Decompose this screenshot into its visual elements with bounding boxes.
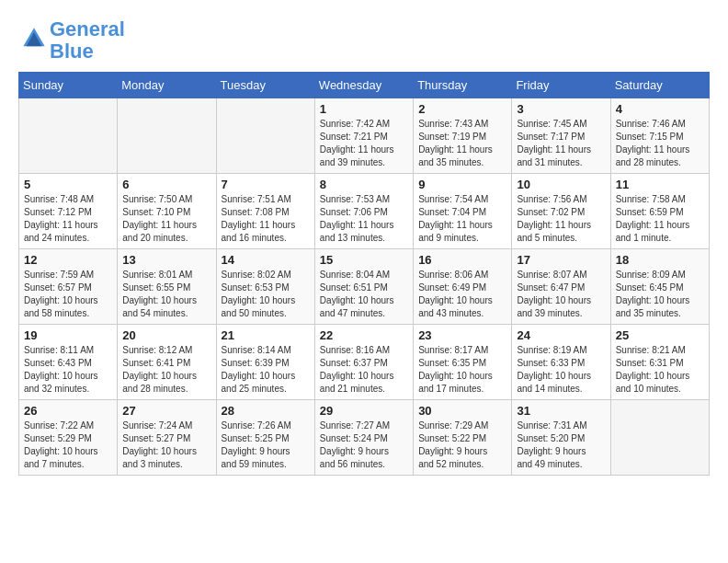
day-info: Sunrise: 7:31 AM Sunset: 5:20 PM Dayligh… <box>517 419 605 471</box>
day-number: 16 <box>418 253 506 267</box>
header-day-saturday: Saturday <box>610 73 709 98</box>
calendar-cell: 1Sunrise: 7:42 AM Sunset: 7:21 PM Daylig… <box>314 98 413 174</box>
day-info: Sunrise: 7:29 AM Sunset: 5:22 PM Dayligh… <box>418 419 506 471</box>
day-number: 24 <box>517 328 605 342</box>
day-number: 18 <box>616 253 704 267</box>
day-info: Sunrise: 7:56 AM Sunset: 7:02 PM Dayligh… <box>517 193 605 245</box>
calendar-cell: 23Sunrise: 8:17 AM Sunset: 6:35 PM Dayli… <box>414 325 512 400</box>
header-day-thursday: Thursday <box>414 73 512 98</box>
calendar-cell: 25Sunrise: 8:21 AM Sunset: 6:31 PM Dayli… <box>610 325 709 400</box>
calendar-cell: 28Sunrise: 7:26 AM Sunset: 5:25 PM Dayli… <box>216 400 314 476</box>
calendar-cell: 15Sunrise: 8:04 AM Sunset: 6:51 PM Dayli… <box>314 249 413 325</box>
calendar-cell <box>19 98 118 174</box>
day-number: 19 <box>24 328 112 342</box>
day-number: 8 <box>320 178 408 191</box>
calendar-cell: 29Sunrise: 7:27 AM Sunset: 5:24 PM Dayli… <box>314 400 413 476</box>
calendar-cell: 6Sunrise: 7:50 AM Sunset: 7:10 PM Daylig… <box>118 174 216 249</box>
day-number: 25 <box>616 328 704 342</box>
week-row-1: 5Sunrise: 7:48 AM Sunset: 7:12 PM Daylig… <box>19 174 710 249</box>
day-number: 7 <box>222 178 310 191</box>
day-number: 28 <box>222 404 310 418</box>
day-number: 5 <box>24 178 112 191</box>
day-info: Sunrise: 7:54 AM Sunset: 7:04 PM Dayligh… <box>418 193 506 245</box>
header-row: SundayMondayTuesdayWednesdayThursdayFrid… <box>19 73 710 98</box>
day-number: 4 <box>616 102 704 116</box>
calendar-cell: 22Sunrise: 8:16 AM Sunset: 6:37 PM Dayli… <box>314 325 413 400</box>
day-info: Sunrise: 7:24 AM Sunset: 5:27 PM Dayligh… <box>122 419 210 471</box>
day-info: Sunrise: 7:42 AM Sunset: 7:21 PM Dayligh… <box>320 118 408 169</box>
day-number: 26 <box>24 404 112 418</box>
day-number: 2 <box>418 102 506 116</box>
calendar-cell: 8Sunrise: 7:53 AM Sunset: 7:06 PM Daylig… <box>314 174 413 249</box>
day-number: 11 <box>616 178 704 191</box>
page-header: General Blue <box>18 18 710 63</box>
day-number: 31 <box>517 404 605 418</box>
calendar-cell: 27Sunrise: 7:24 AM Sunset: 5:27 PM Dayli… <box>118 400 216 476</box>
day-info: Sunrise: 8:17 AM Sunset: 6:35 PM Dayligh… <box>418 344 506 396</box>
day-number: 30 <box>418 404 506 418</box>
week-row-0: 1Sunrise: 7:42 AM Sunset: 7:21 PM Daylig… <box>19 98 710 174</box>
day-info: Sunrise: 7:58 AM Sunset: 6:59 PM Dayligh… <box>616 193 704 245</box>
header-day-tuesday: Tuesday <box>216 73 314 98</box>
day-info: Sunrise: 8:02 AM Sunset: 6:53 PM Dayligh… <box>222 269 310 320</box>
logo-text: General Blue <box>50 18 125 63</box>
calendar-cell: 20Sunrise: 8:12 AM Sunset: 6:41 PM Dayli… <box>118 325 216 400</box>
calendar-cell: 9Sunrise: 7:54 AM Sunset: 7:04 PM Daylig… <box>414 174 512 249</box>
calendar-cell: 12Sunrise: 7:59 AM Sunset: 6:57 PM Dayli… <box>19 249 118 325</box>
day-info: Sunrise: 7:51 AM Sunset: 7:08 PM Dayligh… <box>222 193 310 245</box>
day-info: Sunrise: 7:50 AM Sunset: 7:10 PM Dayligh… <box>122 193 210 245</box>
day-info: Sunrise: 8:07 AM Sunset: 6:47 PM Dayligh… <box>517 269 605 320</box>
day-info: Sunrise: 7:53 AM Sunset: 7:06 PM Dayligh… <box>320 193 408 245</box>
day-number: 27 <box>122 404 210 418</box>
day-number: 10 <box>517 178 605 191</box>
calendar-header: SundayMondayTuesdayWednesdayThursdayFrid… <box>19 73 710 98</box>
calendar-cell: 26Sunrise: 7:22 AM Sunset: 5:29 PM Dayli… <box>19 400 118 476</box>
day-number: 14 <box>222 253 310 267</box>
day-info: Sunrise: 8:21 AM Sunset: 6:31 PM Dayligh… <box>616 344 704 396</box>
day-info: Sunrise: 8:12 AM Sunset: 6:41 PM Dayligh… <box>122 344 210 396</box>
day-number: 13 <box>122 253 210 267</box>
day-info: Sunrise: 8:01 AM Sunset: 6:55 PM Dayligh… <box>122 269 210 320</box>
day-number: 1 <box>320 102 408 116</box>
day-info: Sunrise: 8:06 AM Sunset: 6:49 PM Dayligh… <box>418 269 506 320</box>
logo: General Blue <box>18 18 125 63</box>
day-info: Sunrise: 7:45 AM Sunset: 7:17 PM Dayligh… <box>517 118 605 169</box>
day-number: 29 <box>320 404 408 418</box>
day-info: Sunrise: 7:22 AM Sunset: 5:29 PM Dayligh… <box>24 419 112 471</box>
day-number: 23 <box>418 328 506 342</box>
day-number: 20 <box>122 328 210 342</box>
week-row-3: 19Sunrise: 8:11 AM Sunset: 6:43 PM Dayli… <box>19 325 710 400</box>
day-info: Sunrise: 7:26 AM Sunset: 5:25 PM Dayligh… <box>222 419 310 471</box>
day-info: Sunrise: 7:46 AM Sunset: 7:15 PM Dayligh… <box>616 118 704 169</box>
header-day-wednesday: Wednesday <box>314 73 413 98</box>
calendar-cell <box>118 98 216 174</box>
day-number: 21 <box>222 328 310 342</box>
calendar-cell: 19Sunrise: 8:11 AM Sunset: 6:43 PM Dayli… <box>19 325 118 400</box>
day-info: Sunrise: 8:11 AM Sunset: 6:43 PM Dayligh… <box>24 344 112 396</box>
day-info: Sunrise: 7:48 AM Sunset: 7:12 PM Dayligh… <box>24 193 112 245</box>
calendar-cell: 17Sunrise: 8:07 AM Sunset: 6:47 PM Dayli… <box>512 249 610 325</box>
logo-icon <box>20 25 48 52</box>
day-number: 22 <box>320 328 408 342</box>
day-info: Sunrise: 8:19 AM Sunset: 6:33 PM Dayligh… <box>517 344 605 396</box>
calendar-table: SundayMondayTuesdayWednesdayThursdayFrid… <box>18 72 710 476</box>
calendar-cell: 31Sunrise: 7:31 AM Sunset: 5:20 PM Dayli… <box>512 400 610 476</box>
calendar-cell: 16Sunrise: 8:06 AM Sunset: 6:49 PM Dayli… <box>414 249 512 325</box>
day-number: 15 <box>320 253 408 267</box>
calendar-cell <box>216 98 314 174</box>
day-number: 17 <box>517 253 605 267</box>
day-number: 6 <box>122 178 210 191</box>
header-day-sunday: Sunday <box>19 73 118 98</box>
calendar-cell: 7Sunrise: 7:51 AM Sunset: 7:08 PM Daylig… <box>216 174 314 249</box>
day-info: Sunrise: 8:16 AM Sunset: 6:37 PM Dayligh… <box>320 344 408 396</box>
day-info: Sunrise: 8:09 AM Sunset: 6:45 PM Dayligh… <box>616 269 704 320</box>
calendar-cell: 10Sunrise: 7:56 AM Sunset: 7:02 PM Dayli… <box>512 174 610 249</box>
calendar-cell: 14Sunrise: 8:02 AM Sunset: 6:53 PM Dayli… <box>216 249 314 325</box>
calendar-cell: 30Sunrise: 7:29 AM Sunset: 5:22 PM Dayli… <box>414 400 512 476</box>
day-number: 12 <box>24 253 112 267</box>
day-info: Sunrise: 8:14 AM Sunset: 6:39 PM Dayligh… <box>222 344 310 396</box>
calendar-cell: 4Sunrise: 7:46 AM Sunset: 7:15 PM Daylig… <box>610 98 709 174</box>
calendar-cell: 13Sunrise: 8:01 AM Sunset: 6:55 PM Dayli… <box>118 249 216 325</box>
header-day-friday: Friday <box>512 73 610 98</box>
calendar-body: 1Sunrise: 7:42 AM Sunset: 7:21 PM Daylig… <box>19 98 710 476</box>
